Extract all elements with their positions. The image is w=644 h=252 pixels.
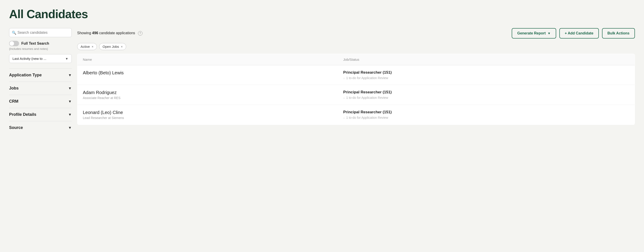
add-candidate-button[interactable]: + Add Candidate xyxy=(559,28,599,38)
results-prefix: Showing xyxy=(77,31,92,35)
bulk-actions-button[interactable]: Bulk Actions xyxy=(602,28,635,38)
sidebar-sections: Application Type ▼ Jobs ▼ CRM ▼ Profile … xyxy=(9,68,72,134)
generate-report-button[interactable]: Generate Report ▼ xyxy=(512,28,556,38)
search-wrapper: 🔍 xyxy=(9,28,72,37)
candidate-name-cell: Adam Rodriguez Associate Reacher at RES xyxy=(78,85,338,105)
candidate-name-cell: Leonard (Leo) Cline Lead Researcher at S… xyxy=(78,105,338,125)
todo-text: 1 to-do for Application Review xyxy=(346,96,388,99)
candidate-name: Adam Rodriguez xyxy=(83,90,332,95)
sidebar-section-label: Jobs xyxy=(9,86,18,91)
candidate-job-cell: Principal Researcher (151) ↓ 1 to-do for… xyxy=(338,65,635,85)
table-row[interactable]: Leonard (Leo) Cline Lead Researcher at S… xyxy=(78,105,635,125)
top-bar: Showing 496 candidate applications ? Gen… xyxy=(77,28,635,38)
full-text-label: Full Text Search xyxy=(21,41,49,45)
results-count: 496 xyxy=(92,31,98,35)
add-candidate-label: + Add Candidate xyxy=(565,31,594,35)
full-text-subtext: (Includes resumes and notes) xyxy=(9,47,72,50)
filter-tag-label: Open Jobs xyxy=(102,45,119,48)
chevron-down-icon: ▼ xyxy=(68,73,72,77)
chevron-down-icon: ▼ xyxy=(68,126,72,130)
table-row[interactable]: Adam Rodriguez Associate Reacher at RES … xyxy=(78,85,635,105)
todo-row: ↓ 1 to-do for Application Review xyxy=(343,76,629,80)
results-suffix: candidate applications xyxy=(98,31,135,35)
action-buttons: Generate Report ▼ + Add Candidate Bulk A… xyxy=(512,28,635,38)
sidebar-section-crm[interactable]: CRM ▼ xyxy=(9,95,72,108)
sidebar-section-label: Application Type xyxy=(9,73,42,77)
filter-tag-open-jobs[interactable]: Open Jobs × xyxy=(99,43,126,50)
filter-tags: Active × Open Jobs × xyxy=(77,43,635,50)
candidates-table: Name Job/Status Alberto (Beto) Lewis Pri… xyxy=(77,54,635,125)
todo-row: ↓ 1 to-do for Application Review xyxy=(343,116,629,119)
close-icon[interactable]: × xyxy=(121,45,123,48)
candidate-name-cell: Alberto (Beto) Lewis xyxy=(78,65,338,85)
filter-tag-active[interactable]: Active × xyxy=(77,43,97,50)
candidate-job-cell: Principal Researcher (151) ↓ 1 to-do for… xyxy=(338,105,635,125)
down-arrow-icon: ↓ xyxy=(343,116,345,119)
chevron-down-icon: ▼ xyxy=(68,113,72,117)
candidate-subtitle: Associate Reacher at RES xyxy=(83,96,332,100)
candidate-name: Leonard (Leo) Cline xyxy=(83,110,332,115)
main-layout: 🔍 Full Text Search (Includes resumes and… xyxy=(9,28,635,134)
candidate-job-cell: Principal Researcher (151) ↓ 1 to-do for… xyxy=(338,85,635,105)
sidebar-section-label: Profile Details xyxy=(9,112,36,117)
full-text-row: Full Text Search xyxy=(9,41,72,46)
sidebar-section-jobs[interactable]: Jobs ▼ xyxy=(9,82,72,95)
full-text-toggle[interactable] xyxy=(9,41,19,46)
search-input[interactable] xyxy=(9,28,72,37)
job-title: Principal Researcher (151) xyxy=(343,110,629,114)
toggle-knob xyxy=(10,41,14,46)
todo-text: 1 to-do for Application Review xyxy=(346,116,388,119)
todo-row: ↓ 1 to-do for Application Review xyxy=(343,96,629,99)
close-icon[interactable]: × xyxy=(92,45,94,48)
sidebar-section-profile-details[interactable]: Profile Details ▼ xyxy=(9,108,72,121)
filter-tag-label: Active xyxy=(80,45,90,48)
page-container: All Candidates 🔍 Full Text Search (Inclu… xyxy=(0,0,644,134)
sidebar-section-label: Source xyxy=(9,125,23,130)
sidebar-section-label: CRM xyxy=(9,99,18,104)
down-arrow-icon: ↓ xyxy=(343,96,345,99)
col-name: Name xyxy=(78,54,338,65)
candidate-name: Alberto (Beto) Lewis xyxy=(83,70,332,75)
candidate-subtitle: Lead Researcher at Siemens xyxy=(83,116,332,120)
results-summary: Showing 496 candidate applications ? xyxy=(77,31,142,35)
chevron-down-icon: ▼ xyxy=(68,86,72,90)
bulk-actions-label: Bulk Actions xyxy=(608,31,630,35)
job-title: Principal Researcher (151) xyxy=(343,70,629,75)
help-icon[interactable]: ? xyxy=(138,31,142,35)
chevron-down-icon: ▼ xyxy=(548,31,551,35)
col-job-status: Job/Status xyxy=(338,54,635,65)
down-arrow-icon: ↓ xyxy=(343,76,345,80)
chevron-down-icon: ▼ xyxy=(68,99,72,104)
sidebar: 🔍 Full Text Search (Includes resumes and… xyxy=(9,28,77,134)
table-header: Name Job/Status xyxy=(78,54,635,65)
sidebar-section-application-type[interactable]: Application Type ▼ xyxy=(9,68,72,82)
table-row[interactable]: Alberto (Beto) Lewis Principal Researche… xyxy=(78,65,635,85)
page-title: All Candidates xyxy=(9,7,635,21)
table-body: Alberto (Beto) Lewis Principal Researche… xyxy=(78,65,635,125)
main-content: Showing 496 candidate applications ? Gen… xyxy=(77,28,635,125)
search-icon: 🔍 xyxy=(12,30,16,35)
generate-report-label: Generate Report xyxy=(517,31,546,35)
chevron-down-icon: ▼ xyxy=(65,57,68,60)
todo-text: 1 to-do for Application Review xyxy=(346,76,388,80)
sort-label: Last Activity (new to ... xyxy=(12,57,46,60)
job-title: Principal Researcher (151) xyxy=(343,90,629,94)
sidebar-section-source[interactable]: Source ▼ xyxy=(9,121,72,134)
sort-dropdown[interactable]: Last Activity (new to ... ▼ xyxy=(9,54,72,63)
